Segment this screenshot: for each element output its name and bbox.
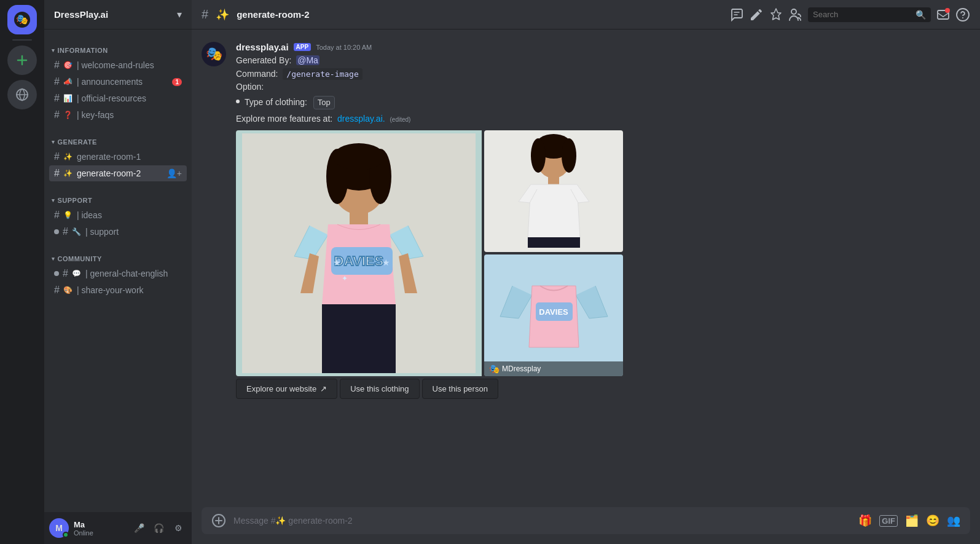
use-clothing-label: Use this clothing [350,384,409,393]
svg-point-3 [791,9,796,14]
channel-hash-welcome: # [54,60,60,71]
svg-point-7 [962,17,963,18]
mute-button[interactable]: 🎤 [130,519,147,537]
inbox-button[interactable] [936,7,951,22]
channel-item-support[interactable]: # 🔧 | support [49,224,187,240]
channel-name-general: | general-chat-english [85,269,182,278]
svg-point-5 [945,8,950,13]
explore-website-label: Explore our website [246,384,316,393]
category-label-information: INFORMATION [58,47,108,54]
channel-item-announcements[interactable]: # 📣 | announcements 1 [49,74,187,90]
channel-name-welcome: | welcome-and-rules [77,60,182,70]
channel-name-announcements: | announcements [77,77,169,87]
image-main: DAVIES ★ ★ ✦ [236,130,482,376]
clothing-type-label: Type of clothing: [245,97,307,107]
explore-line: Explore more features at: dressplay.ai. … [236,113,970,125]
channel-item-share[interactable]: # 🎨 | share-your-work [49,282,187,298]
add-member-icon[interactable]: 👤+ [167,168,182,178]
watermark-text: MDressplay [502,365,541,373]
server-icon-add[interactable] [7,45,37,75]
channel-icon-support: 🔧 [72,227,82,237]
clothing-type-value: Top [313,96,335,109]
message-text: Generated By: @Ma Command: /generate-ima… [236,55,970,125]
channel-hash-share: # [54,285,60,296]
svg-text:★: ★ [382,258,390,267]
svg-point-25 [562,138,576,173]
app-badge: APP [294,43,312,51]
category-header-community[interactable]: ▾ COMMUNITY [49,253,187,265]
message-avatar: 🎭 [202,42,226,66]
category-header-generate[interactable]: ▾ GENERATE [49,136,187,148]
message-input[interactable] [233,509,851,532]
use-clothing-button[interactable]: Use this clothing [340,379,419,399]
explore-website-button[interactable]: Explore our website ↗ [236,379,337,399]
svg-rect-14 [350,210,368,226]
server-header[interactable]: DressPlay.ai ▾ [44,0,192,30]
help-button[interactable] [955,7,970,22]
category-header-information[interactable]: ▾ INFORMATION [49,44,187,57]
channel-item-general[interactable]: # 💬 | general-chat-english [49,266,187,282]
members-button[interactable] [788,7,803,22]
category-information: ▾ INFORMATION # 🎯 | welcome-and-rules # … [44,34,192,126]
server-icon-explore[interactable] [7,80,37,109]
category-header-support[interactable]: ▾ SUPPORT [49,194,187,207]
channel-item-gen1[interactable]: # ✨ generate-room-1 [49,149,187,165]
svg-text:DAVIES: DAVIES [539,307,568,317]
category-arrow-support: ▾ [52,197,55,203]
settings-button[interactable]: ⚙ [170,519,187,537]
channel-icon-share: 🎨 [63,285,73,295]
clothing-type-content: Type of clothing: Top [245,96,335,109]
channel-hash-gen2: # [54,168,60,179]
channel-name-support: | support [85,227,182,237]
channel-icon-welcome: 🎯 [63,60,73,70]
server-list: 🎭 [0,0,44,544]
user-avatar: M [49,518,69,538]
option-line: Option: [236,81,970,93]
server-divider [12,39,32,41]
channel-name-gen2: generate-room-2 [77,168,163,178]
channel-icon-general: 💬 [72,269,82,278]
generated-by-label: Generated By: [236,55,291,65]
watermark-icon: 🎭 [489,364,500,374]
channel-hash-support: # [63,226,68,237]
gift-button[interactable]: 🎁 [858,514,872,527]
channel-icon-resources: 📊 [63,93,73,103]
category-label-support: SUPPORT [58,197,93,204]
search-bar[interactable]: 🔍 [808,7,931,22]
add-attachment-button[interactable] [211,513,226,528]
channel-item-resources[interactable]: # 📊 | official-resources [49,90,187,106]
channel-sidebar: DressPlay.ai ▾ ▾ INFORMATION # 🎯 | welco… [44,0,192,544]
search-icon: 🔍 [915,10,926,20]
server-icon-dressplay[interactable]: 🎭 [7,5,37,34]
pin-button[interactable] [769,7,783,22]
gif-button[interactable]: GIF [879,515,898,527]
channel-item-faqs[interactable]: # ❓ | key-faqs [49,107,187,123]
generated-by-user: @Ma [296,55,319,65]
message-content: dressplay.ai APP Today at 10:20 AM Gener… [236,42,970,399]
bullet-general [54,271,59,276]
channel-name-ideas: | ideas [77,210,182,220]
messages-area[interactable]: 🎭 dressplay.ai APP Today at 10:20 AM Gen… [192,30,980,507]
user-status: Online [74,529,125,537]
emoji-button[interactable]: 😊 [926,514,939,527]
channel-header-name: generate-room-2 [237,9,309,20]
dressplay-watermark: 🎭 MDressplay [484,361,623,376]
deafen-button[interactable]: 🎧 [150,519,167,537]
category-label-community: COMMUNITY [58,255,102,262]
use-person-button[interactable]: Use this person [422,379,498,399]
svg-text:✦: ✦ [342,274,348,283]
threads-button[interactable] [729,7,744,22]
channel-item-welcome[interactable]: # 🎯 | welcome-and-rules [49,57,187,73]
apps-button[interactable]: 👥 [947,514,960,527]
channel-icon-gen1: ✨ [63,152,73,162]
sticker-button[interactable]: 🗂️ [905,514,919,527]
channel-item-ideas[interactable]: # 💡 | ideas [49,207,187,223]
main-content: # ✨ generate-room-2 🔍 [192,0,980,544]
edit-button[interactable] [749,7,764,22]
explore-link[interactable]: dressplay.ai. [337,114,385,124]
channel-name-resources: | official-resources [77,93,182,103]
search-input[interactable] [813,10,911,19]
channel-item-gen2[interactable]: # ✨ generate-room-2 👤+ [49,165,187,181]
external-link-icon: ↗ [320,384,327,393]
generated-by-line: Generated By: @Ma [236,55,970,67]
